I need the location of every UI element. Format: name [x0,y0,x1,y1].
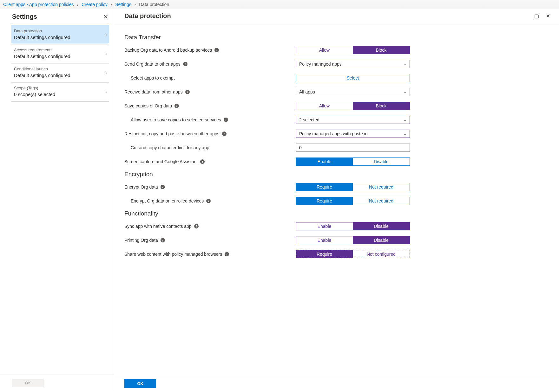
breadcrumb-current: Data protection [139,2,169,7]
label-receive: Receive data from other apps i [124,89,296,94]
sidebar-item-sub: 0 scope(s) selected [14,92,108,97]
toggle-enrolled[interactable]: Require Not required [296,197,410,205]
toggle-sync[interactable]: Enable Disable [296,222,410,230]
info-icon[interactable]: i [222,132,227,136]
sidebar-item-conditional-launch[interactable]: Conditional launch Default settings conf… [11,63,109,82]
chevron-right-icon: › [111,2,112,7]
toggle-option-disable[interactable]: Disable [353,236,410,244]
label-screen: Screen capture and Google Assistant i [124,159,296,164]
sidebar-item-access-requirements[interactable]: Access requirements Default settings con… [11,44,109,63]
toggle-backup[interactable]: Allow Block [296,46,410,54]
label-save: Save copies of Org data i [124,103,296,108]
sidebar-item-title: Data protection [14,29,108,33]
chevron-right-icon: › [105,31,107,38]
input-charlimit[interactable] [296,144,410,152]
sidebar-item-sub: Default settings configured [14,73,108,78]
chevron-right-icon: › [77,2,78,7]
toggle-option-not-required[interactable]: Not required [353,197,410,205]
toggle-option-enable[interactable]: Enable [296,158,353,165]
info-icon[interactable]: i [161,185,165,189]
toggle-option-require[interactable]: Require [296,197,353,205]
label-encrypt: Encrypt Org data i [124,184,296,190]
sidebar-item-data-protection[interactable]: Data protection Default settings configu… [11,25,109,44]
chevron-right-icon: › [105,88,107,95]
label-sync: Sync app with native contacts app i [124,224,296,229]
info-icon[interactable]: i [225,252,229,256]
content-title: Data protection [124,12,171,20]
info-icon[interactable]: i [185,90,190,94]
sidebar-ok-button[interactable]: OK [12,379,44,387]
chevron-down-icon: ⌄ [404,132,406,136]
settings-sidebar: Settings ✕ Data protection Default setti… [0,9,114,391]
label-save-allow: Allow user to save copies to selected se… [124,117,296,122]
sidebar-item-sub: Default settings configured [14,35,108,40]
sidebar-item-title: Scope (Tags) [14,86,108,90]
dropdown-value: Policy managed apps with paste in [299,131,368,136]
dropdown-value: All apps [299,89,315,94]
toggle-option-allow[interactable]: Allow [296,46,353,54]
select-exempt-button[interactable]: Select [296,74,410,82]
breadcrumb: Client apps - App protection policies › … [0,0,559,9]
chevron-down-icon: ⌄ [404,90,406,94]
chevron-down-icon: ⌄ [404,62,406,66]
toggle-option-allow[interactable]: Allow [296,102,353,110]
toggle-encrypt[interactable]: Require Not required [296,183,410,191]
content-ok-button[interactable]: OK [124,379,156,388]
chevron-down-icon: ⌄ [404,118,406,122]
toggle-option-disable[interactable]: Disable [353,158,410,165]
close-icon[interactable]: ✕ [546,13,550,19]
toggle-print[interactable]: Enable Disable [296,236,410,244]
dropdown-value: Policy managed apps [299,61,342,67]
chevron-right-icon: › [105,69,107,76]
label-print: Printing Org data i [124,238,296,243]
info-icon[interactable]: i [206,199,211,203]
label-send: Send Org data to other apps i [124,61,296,67]
label-charlimit: Cut and copy character limit for any app [124,145,296,150]
info-icon[interactable]: i [200,159,205,164]
info-icon[interactable]: i [214,48,219,52]
info-icon[interactable]: i [174,104,179,108]
toggle-option-block[interactable]: Block [353,102,410,110]
toggle-option-not-configured[interactable]: Not configured [353,250,410,258]
toggle-option-not-required[interactable]: Not required [353,183,410,191]
toggle-save[interactable]: Allow Block [296,102,410,110]
info-icon[interactable]: i [183,62,187,66]
dropdown-restrict[interactable]: Policy managed apps with paste in ⌄ [296,130,410,138]
maximize-icon[interactable]: ▢ [534,13,539,19]
content-panel: Data protection ▢ ✕ Data Transfer Backup… [114,9,559,391]
dropdown-send[interactable]: Policy managed apps ⌄ [296,60,410,68]
sidebar-item-sub: Default settings configured [14,54,108,59]
section-title-data-transfer: Data Transfer [124,34,550,41]
info-icon[interactable]: i [194,224,199,228]
breadcrumb-link[interactable]: Create policy [82,2,108,7]
info-icon[interactable]: i [224,118,228,122]
info-icon[interactable]: i [161,238,165,242]
breadcrumb-link[interactable]: Settings [115,2,131,7]
sidebar-item-title: Access requirements [14,48,108,52]
toggle-option-enable[interactable]: Enable [296,236,353,244]
section-title-functionality: Functionality [124,210,550,217]
toggle-share[interactable]: Require Not configured [296,250,410,258]
dropdown-save-services[interactable]: 2 selected ⌄ [296,116,410,124]
label-enrolled: Encrypt Org data on enrolled devices i [124,198,296,203]
toggle-option-enable[interactable]: Enable [296,222,353,230]
dropdown-value: 2 selected [299,117,319,122]
sidebar-item-scope-tags[interactable]: Scope (Tags) 0 scope(s) selected › [11,82,109,101]
toggle-option-require[interactable]: Require [296,183,353,191]
close-icon[interactable]: ✕ [103,13,108,20]
toggle-option-disable[interactable]: Disable [353,222,410,230]
label-restrict: Restrict cut, copy and paste between oth… [124,131,296,136]
sidebar-item-title: Conditional launch [14,67,108,71]
label-exempt: Select apps to exempt [124,75,296,80]
label-share: Share web content with policy managed br… [124,252,296,257]
dropdown-receive[interactable]: All apps ⌄ [296,88,410,96]
label-backup: Backup Org data to Android backup servic… [124,48,296,53]
toggle-option-block[interactable]: Block [353,46,410,54]
breadcrumb-link[interactable]: Client apps - App protection policies [3,2,74,7]
chevron-right-icon: › [105,50,107,57]
chevron-right-icon: › [135,2,136,7]
sidebar-title: Settings [12,13,37,20]
toggle-screen[interactable]: Enable Disable [296,157,410,166]
toggle-option-require[interactable]: Require [296,250,353,258]
section-title-encryption: Encryption [124,171,550,178]
